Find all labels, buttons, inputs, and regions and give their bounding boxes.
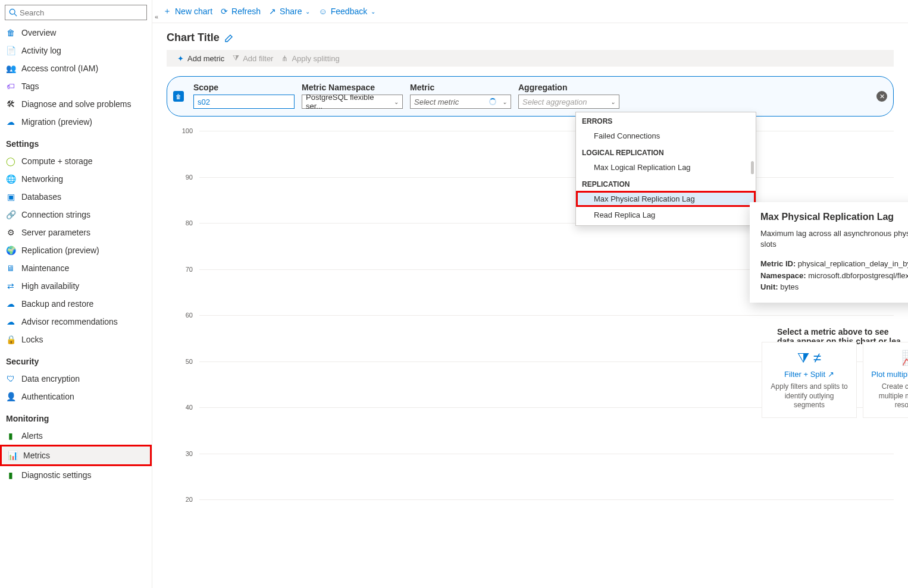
nav-label: Migration (preview) bbox=[21, 117, 92, 127]
nav-label: Activity log bbox=[21, 46, 61, 55]
dropdown-scrollbar[interactable] bbox=[751, 161, 754, 174]
nav-high-availability[interactable]: ⇄High availability bbox=[0, 277, 152, 295]
nav-access-control[interactable]: 👥Access control (IAM) bbox=[0, 59, 152, 77]
share-icon: ↗ bbox=[269, 7, 276, 16]
nav-data-encryption[interactable]: 🛡Data encryption bbox=[0, 370, 152, 388]
y-axis-tick: 20 bbox=[175, 496, 193, 503]
nav-advisor[interactable]: ☁Advisor recommendations bbox=[0, 313, 152, 331]
nav-label: Backup and restore bbox=[21, 299, 93, 309]
scope-label: Scope bbox=[193, 83, 295, 92]
nav-diagnostic-settings[interactable]: ▮Diagnostic settings bbox=[0, 466, 152, 484]
log-icon: 📄 bbox=[6, 46, 15, 55]
card-filter-split[interactable]: ⧩ ≠ Filter + Split ↗ Apply filters and s… bbox=[762, 342, 857, 418]
nav-migration[interactable]: ☁Migration (preview) bbox=[0, 113, 152, 131]
nav-maintenance[interactable]: 🖥Maintenance bbox=[0, 259, 152, 277]
add-filter-button: ⧩Add filter bbox=[233, 54, 273, 63]
chevron-down-icon: ⌄ bbox=[394, 99, 399, 105]
gridline bbox=[199, 315, 894, 316]
replication-icon: 🌍 bbox=[6, 246, 15, 255]
nav-overview[interactable]: 🗑Overview bbox=[0, 24, 152, 42]
lock-icon: 🔒 bbox=[6, 335, 15, 344]
tooltip-meta-label: Unit: bbox=[760, 282, 778, 291]
nav-tags[interactable]: 🏷Tags bbox=[0, 77, 152, 95]
nav-label: Server parameters bbox=[21, 228, 90, 237]
spinner-icon bbox=[489, 98, 496, 105]
metric-dropdown[interactable]: ERRORS Failed Connections LOGICAL REPLIC… bbox=[575, 112, 756, 226]
y-axis-tick: 80 bbox=[175, 219, 193, 227]
aggregation-column: Aggregation Select aggregation⌄ bbox=[518, 83, 619, 109]
namespace-value: PostgreSQL flexible ser... bbox=[306, 93, 388, 111]
diagnose-icon: 🛠 bbox=[6, 99, 15, 109]
chart-title: Chart Title bbox=[167, 32, 220, 44]
scope-column: Scope s02 bbox=[193, 83, 295, 109]
scatter-icon: ✦ bbox=[177, 54, 184, 63]
namespace-select[interactable]: PostgreSQL flexible ser...⌄ bbox=[302, 95, 403, 109]
y-axis-tick: 30 bbox=[175, 450, 193, 457]
metric-select[interactable]: Select metric⌄ bbox=[410, 95, 511, 109]
nav-label: Databases bbox=[21, 192, 61, 202]
gridline bbox=[199, 131, 894, 131]
tooltip-meta-value: physical_replication_delay_in_bytes bbox=[798, 259, 908, 268]
advisor-icon: ☁ bbox=[6, 317, 15, 326]
card-desc: Create charts with multiple metrics and … bbox=[869, 382, 908, 410]
plus-icon: ＋ bbox=[163, 6, 171, 17]
nav-replication[interactable]: 🌍Replication (preview) bbox=[0, 241, 152, 259]
chart-area: 2030405060708090100 bbox=[167, 121, 894, 502]
dropdown-opt-read-replica-lag[interactable]: Read Replica Lag bbox=[576, 207, 756, 223]
nav-connection-strings[interactable]: 🔗Connection strings bbox=[0, 206, 152, 224]
action-label: Add metric bbox=[187, 54, 224, 63]
dropdown-opt-failed-connections[interactable]: Failed Connections bbox=[576, 128, 756, 144]
iam-icon: 👥 bbox=[6, 64, 15, 73]
scope-value: s02 bbox=[198, 98, 210, 106]
nav-backup-restore[interactable]: ☁Backup and restore bbox=[0, 295, 152, 313]
refresh-icon: ⟳ bbox=[221, 7, 228, 16]
nav-alerts[interactable]: ▮Alerts bbox=[0, 427, 152, 445]
nav-diagnose[interactable]: 🛠Diagnose and solve problems bbox=[0, 95, 152, 113]
toolbar-label: New chart bbox=[175, 7, 212, 16]
nav-label: Tags bbox=[21, 81, 39, 91]
card-plot-multiple[interactable]: 📈 Plot multiple metrics ↗ Create charts … bbox=[863, 342, 908, 418]
search-box[interactable] bbox=[5, 5, 147, 20]
aggregation-placeholder: Select aggregation bbox=[522, 98, 587, 106]
toolbar-label: Share bbox=[280, 7, 302, 16]
new-chart-button[interactable]: ＋New chart bbox=[163, 6, 212, 17]
toolbar-label: Feedback bbox=[331, 7, 367, 16]
edit-title-icon[interactable] bbox=[224, 33, 234, 43]
toolbar-label: Refresh bbox=[231, 7, 261, 16]
nav-label: Access control (IAM) bbox=[21, 64, 98, 73]
y-axis-tick: 90 bbox=[175, 174, 193, 181]
nav-compute-storage[interactable]: ◯Compute + storage bbox=[0, 152, 152, 170]
nav-networking[interactable]: 🌐Networking bbox=[0, 170, 152, 188]
nav-label: Authentication bbox=[21, 392, 74, 401]
tooltip-meta-value: microsoft.dbforpostgresql/flexibleserver… bbox=[808, 271, 908, 280]
scope-field[interactable]: s02 bbox=[193, 95, 295, 109]
tooltip-meta-label: Metric ID: bbox=[760, 259, 796, 268]
scope-bar: 🗑 ✕ Scope s02 Metric Namespace PostgreSQ… bbox=[167, 76, 894, 117]
feedback-icon: ☺ bbox=[318, 7, 327, 16]
dropdown-group: LOGICAL REPLICATION bbox=[576, 144, 756, 159]
nav-label: Compute + storage bbox=[21, 156, 92, 166]
svg-point-0 bbox=[10, 9, 15, 14]
nav-metrics[interactable]: 📊Metrics bbox=[0, 445, 152, 466]
search-icon bbox=[9, 8, 17, 17]
add-metric-button[interactable]: ✦Add metric bbox=[177, 54, 224, 63]
namespace-column: Metric Namespace PostgreSQL flexible ser… bbox=[302, 83, 403, 109]
feedback-button[interactable]: ☺Feedback⌄ bbox=[318, 7, 375, 16]
nav-databases[interactable]: ▣Databases bbox=[0, 188, 152, 206]
refresh-button[interactable]: ⟳Refresh bbox=[221, 7, 261, 16]
nav-activity-log[interactable]: 📄Activity log bbox=[0, 42, 152, 59]
y-axis-tick: 40 bbox=[175, 404, 193, 411]
nav-authentication[interactable]: 👤Authentication bbox=[0, 388, 152, 405]
remove-metric-button[interactable]: ✕ bbox=[876, 91, 887, 102]
share-button[interactable]: ↗Share⌄ bbox=[269, 7, 310, 16]
dropdown-opt-max-logical-lag[interactable]: Max Logical Replication Lag bbox=[576, 159, 756, 175]
nav-locks[interactable]: 🔒Locks bbox=[0, 331, 152, 348]
metric-label: Metric bbox=[410, 83, 511, 92]
nav-label: High availability bbox=[21, 281, 79, 291]
metric-placeholder: Select metric bbox=[414, 98, 459, 106]
tag-icon: 🏷 bbox=[6, 81, 15, 91]
y-axis-tick: 50 bbox=[175, 358, 193, 365]
search-input[interactable] bbox=[20, 8, 143, 17]
nav-server-parameters[interactable]: ⚙Server parameters bbox=[0, 224, 152, 241]
dropdown-opt-max-physical-lag[interactable]: Max Physical Replication Lag bbox=[576, 191, 756, 207]
